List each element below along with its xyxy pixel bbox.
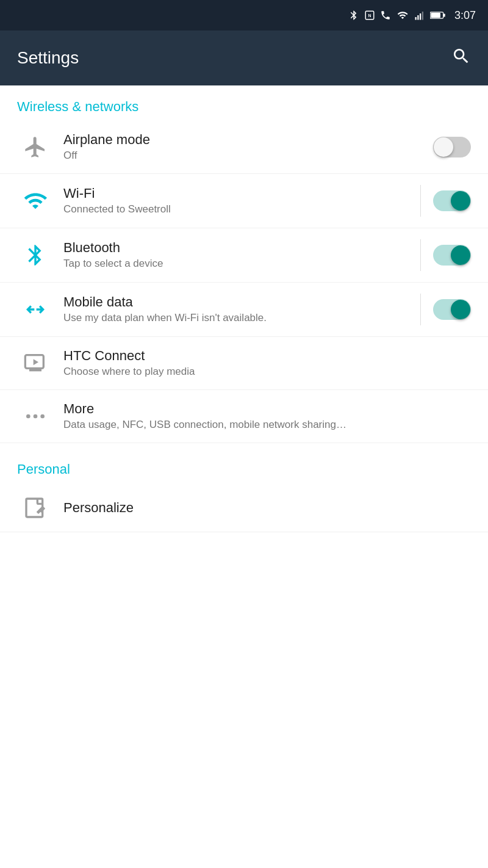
htc-connect-icon — [17, 351, 54, 375]
wifi-text: Wi-Fi Connected to Sweetroll — [54, 186, 413, 216]
svg-rect-2 — [415, 17, 416, 20]
more-title: More — [63, 401, 471, 417]
wifi-subtitle: Connected to Sweetroll — [63, 203, 413, 216]
mobile-data-icon — [17, 297, 54, 322]
personal-section-header: Personal — [0, 448, 488, 483]
battery-status-icon — [430, 10, 446, 20]
mobile-data-text: Mobile data Use my data plan when Wi-Fi … — [54, 294, 413, 325]
status-time: 3:07 — [454, 9, 476, 22]
wifi-title: Wi-Fi — [63, 186, 413, 201]
mobile-data-toggle[interactable] — [433, 299, 471, 320]
wireless-section-header: Wireless & networks — [0, 85, 488, 121]
svg-rect-7 — [431, 13, 440, 18]
page-title: Settings — [17, 48, 79, 68]
airplane-icon — [17, 135, 54, 159]
phone-status-icon — [380, 10, 391, 21]
search-button[interactable] — [451, 46, 471, 70]
mobile-data-item[interactable]: Mobile data Use my data plan when Wi-Fi … — [0, 283, 488, 337]
mobile-data-subtitle: Use my data plan when Wi-Fi isn't availa… — [63, 311, 413, 325]
htc-connect-title: HTC Connect — [63, 348, 471, 364]
personalize-icon — [17, 496, 54, 520]
htc-connect-item[interactable]: HTC Connect Choose where to play media — [0, 337, 488, 390]
svg-point-14 — [34, 414, 38, 419]
status-icons: N 3:07 — [348, 9, 476, 22]
app-header: Settings — [0, 31, 488, 85]
bluetooth-toggle[interactable] — [433, 245, 471, 266]
wifi-control[interactable] — [420, 185, 471, 217]
bluetooth-toggle-thumb — [451, 245, 470, 265]
airplane-mode-toggle[interactable] — [433, 137, 471, 157]
mobile-data-divider — [420, 294, 421, 325]
mobile-data-control[interactable] — [420, 294, 471, 325]
svg-rect-4 — [420, 13, 421, 20]
personalize-title: Personalize — [63, 500, 471, 516]
svg-point-13 — [26, 414, 30, 419]
bluetooth-divider — [420, 239, 421, 271]
wifi-status-icon — [396, 10, 409, 21]
more-item[interactable]: More Data usage, NFC, USB connection, mo… — [0, 390, 488, 443]
airplane-mode-title: Airplane mode — [63, 132, 426, 148]
wifi-divider — [420, 185, 421, 217]
more-text: More Data usage, NFC, USB connection, mo… — [54, 401, 471, 432]
bluetooth-icon — [17, 243, 54, 267]
wireless-section-title: Wireless & networks — [17, 99, 138, 114]
airplane-mode-toggle-thumb — [434, 137, 453, 157]
personalize-text: Personalize — [54, 500, 471, 516]
bluetooth-item[interactable]: Bluetooth Tap to select a device — [0, 228, 488, 283]
settings-content: Wireless & networks Airplane mode Off Wi… — [0, 85, 488, 532]
wifi-icon — [17, 189, 54, 213]
svg-rect-8 — [443, 13, 445, 16]
wifi-toggle-thumb — [451, 191, 470, 211]
bluetooth-title: Bluetooth — [63, 240, 413, 256]
more-subtitle: Data usage, NFC, USB connection, mobile … — [63, 418, 471, 432]
nfc-status-icon: N — [364, 10, 375, 21]
bluetooth-text: Bluetooth Tap to select a device — [54, 240, 413, 270]
bluetooth-status-icon — [348, 9, 359, 21]
wifi-item[interactable]: Wi-Fi Connected to Sweetroll — [0, 174, 488, 228]
mobile-data-title: Mobile data — [63, 294, 413, 310]
more-icon — [17, 404, 54, 429]
status-bar: N 3:07 — [0, 0, 488, 31]
htc-connect-text: HTC Connect Choose where to play media — [54, 348, 471, 378]
svg-marker-10 — [34, 359, 38, 365]
svg-rect-3 — [417, 15, 418, 20]
airplane-mode-control[interactable] — [433, 137, 471, 157]
svg-text:N: N — [368, 13, 371, 18]
htc-connect-subtitle: Choose where to play media — [63, 365, 471, 378]
signal-status-icon — [414, 10, 425, 21]
svg-rect-5 — [422, 12, 423, 20]
svg-point-15 — [40, 414, 45, 419]
bluetooth-control[interactable] — [420, 239, 471, 271]
wifi-toggle[interactable] — [433, 190, 471, 211]
svg-rect-16 — [26, 499, 43, 517]
airplane-mode-item[interactable]: Airplane mode Off — [0, 121, 488, 174]
bluetooth-subtitle: Tap to select a device — [63, 257, 413, 270]
mobile-data-toggle-thumb — [451, 300, 470, 319]
airplane-mode-text: Airplane mode Off — [54, 132, 426, 162]
airplane-mode-subtitle: Off — [63, 149, 426, 162]
personal-section-title: Personal — [17, 461, 70, 477]
personalize-item[interactable]: Personalize — [0, 483, 488, 532]
